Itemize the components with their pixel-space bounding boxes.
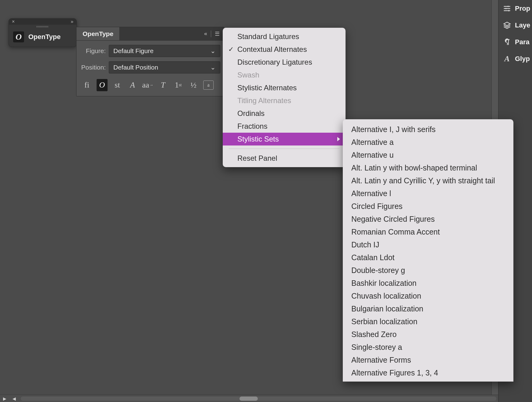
menu-item-titling-alternates: Titling Alternates bbox=[223, 94, 346, 107]
submenu-item[interactable]: Alternative Figures 1, 3, 4 bbox=[343, 366, 513, 379]
scroll-play-icon[interactable]: ▶ bbox=[0, 396, 9, 401]
opentype-o-icon: O bbox=[13, 31, 24, 42]
submenu-item[interactable]: Double-storey g bbox=[343, 264, 513, 277]
close-icon[interactable]: × bbox=[12, 19, 15, 24]
menu-item-label: Stylistic Sets bbox=[237, 135, 279, 143]
sidebar-item-properties[interactable]: Prop bbox=[498, 0, 532, 17]
svg-point-0 bbox=[507, 5, 509, 7]
collapsed-panel-row[interactable]: O OpenType bbox=[9, 28, 76, 47]
horizontal-scrollbar[interactable]: ▶ ◀ bbox=[0, 395, 498, 402]
stylistic-label: aa bbox=[142, 81, 149, 90]
submenu-item[interactable]: Negative Circled Figures bbox=[343, 213, 513, 225]
menu-item-stylistic-alternates[interactable]: Stylistic Alternates bbox=[223, 81, 346, 94]
position-select-value: Default Position bbox=[113, 64, 158, 71]
panel-tabbar: OpenType « ☰ bbox=[76, 27, 224, 41]
chevron-down-icon: ⌄ bbox=[210, 47, 216, 55]
submenu-item[interactable]: Chuvash localization bbox=[343, 289, 513, 302]
submenu-item[interactable]: Dutch IJ bbox=[343, 238, 513, 251]
submenu-item[interactable]: Slashed Zero bbox=[343, 328, 513, 341]
standard-ligatures-button[interactable]: fi bbox=[81, 79, 92, 91]
sliders-icon bbox=[503, 4, 511, 13]
submenu-item[interactable]: Catalan Ldot bbox=[343, 251, 513, 264]
menu-item-contextual-alternates[interactable]: Contextual Alternates bbox=[223, 43, 346, 56]
swash-button[interactable]: A bbox=[127, 79, 138, 91]
panel-menu-icon[interactable]: ☰ bbox=[214, 29, 221, 38]
svg-point-1 bbox=[505, 8, 507, 9]
submenu-item[interactable]: Bashkir localization bbox=[343, 277, 513, 289]
ordinals-button[interactable]: 1st bbox=[173, 79, 184, 91]
scrollbar-thumb[interactable] bbox=[239, 397, 258, 401]
submenu-chevron-icon bbox=[337, 137, 340, 141]
menu-item-fractions[interactable]: Fractions bbox=[223, 120, 346, 133]
position-label: Position: bbox=[80, 64, 106, 71]
layers-icon bbox=[503, 21, 511, 30]
svg-point-2 bbox=[508, 10, 510, 11]
submenu-item[interactable]: Alternative l bbox=[343, 187, 513, 200]
sidebar-item-label: Glyp bbox=[515, 55, 530, 63]
contextual-alternates-button[interactable]: O bbox=[97, 79, 108, 91]
sidebar-item-glyphs[interactable]: A Glyp bbox=[498, 50, 532, 67]
ord-1: 1 bbox=[175, 81, 179, 90]
glyph-a-icon: A bbox=[503, 55, 511, 63]
opentype-panel: OpenType « ☰ Figure: Default Figure ⌄ Po… bbox=[76, 27, 224, 96]
pilcrow-icon bbox=[503, 38, 511, 46]
sidebar-item-label: Para bbox=[515, 38, 530, 46]
drag-grip[interactable] bbox=[9, 25, 76, 28]
position-select[interactable]: Default Position ⌄ bbox=[109, 61, 220, 74]
sidebar-item-layers[interactable]: Laye bbox=[498, 17, 532, 34]
fractions-button[interactable]: ½ bbox=[188, 79, 199, 91]
sidebar-item-paragraph[interactable]: Para bbox=[498, 34, 532, 50]
menu-item-swash: Swash bbox=[223, 69, 346, 81]
separator bbox=[211, 31, 211, 37]
submenu-item[interactable]: Alt. Latin y with bowl-shaped terminal bbox=[343, 161, 513, 174]
discretionary-ligatures-button[interactable]: st bbox=[112, 79, 123, 91]
menu-divider bbox=[229, 149, 339, 149]
tab-opentype[interactable]: OpenType bbox=[76, 27, 120, 40]
menu-item-discretionary-ligatures[interactable]: Discretionary Ligatures bbox=[223, 56, 346, 69]
figure-label: Figure: bbox=[80, 47, 106, 55]
submenu-item[interactable]: Single-storey a bbox=[343, 341, 513, 354]
submenu-item[interactable]: Serbian localization bbox=[343, 315, 513, 328]
scrollbar-track[interactable] bbox=[21, 397, 496, 401]
collapsed-opentype-panel[interactable]: × » O OpenType bbox=[9, 18, 77, 47]
submenu-item[interactable]: Circled Figures bbox=[343, 200, 513, 213]
figure-select-value: Default Figure bbox=[113, 47, 154, 55]
submenu-item[interactable]: Alternative u bbox=[343, 149, 513, 161]
submenu-item[interactable]: Alternative I, J with serifs bbox=[343, 123, 513, 136]
stylistic-alternates-button[interactable]: aa→ bbox=[142, 79, 153, 91]
collapsed-panel-label: OpenType bbox=[28, 33, 61, 41]
chevron-down-icon: ⌄ bbox=[210, 64, 216, 71]
submenu-item[interactable]: Romanian Comma Accent bbox=[343, 225, 513, 238]
menu-item-reset-panel[interactable]: Reset Panel bbox=[223, 152, 346, 165]
stylistic-sets-button[interactable]: a bbox=[203, 81, 214, 90]
opentype-panel-menu: Standard Ligatures Contextual Alternates… bbox=[223, 28, 346, 167]
ord-st: st bbox=[179, 83, 182, 88]
sidebar-item-label: Prop bbox=[515, 5, 530, 13]
stylistic-sets-submenu: Alternative I, J with serifs Alternative… bbox=[343, 119, 513, 382]
opentype-feature-icons: fi O st A aa→ T 1st ½ a bbox=[76, 75, 224, 96]
titling-alternates-button[interactable]: T bbox=[158, 79, 168, 91]
expand-icon[interactable]: » bbox=[71, 19, 73, 24]
menu-item-standard-ligatures[interactable]: Standard Ligatures bbox=[223, 30, 346, 43]
submenu-item[interactable]: Alternative a bbox=[343, 136, 513, 149]
submenu-item[interactable]: Bulgarian localization bbox=[343, 302, 513, 315]
figure-select[interactable]: Default Figure ⌄ bbox=[109, 45, 220, 57]
sidebar-item-label: Laye bbox=[515, 21, 530, 29]
submenu-item[interactable]: Alt. Latin y and Cyrillic Y, y with stra… bbox=[343, 174, 513, 187]
menu-item-stylistic-sets[interactable]: Stylistic Sets bbox=[223, 133, 346, 145]
collapsed-panel-titlebar[interactable]: × » bbox=[9, 19, 76, 25]
menu-item-ordinals[interactable]: Ordinals bbox=[223, 107, 346, 120]
submenu-item[interactable]: Alternative Forms bbox=[343, 354, 513, 366]
collapse-icon[interactable]: « bbox=[203, 29, 208, 38]
scroll-left-icon[interactable]: ◀ bbox=[9, 396, 19, 401]
